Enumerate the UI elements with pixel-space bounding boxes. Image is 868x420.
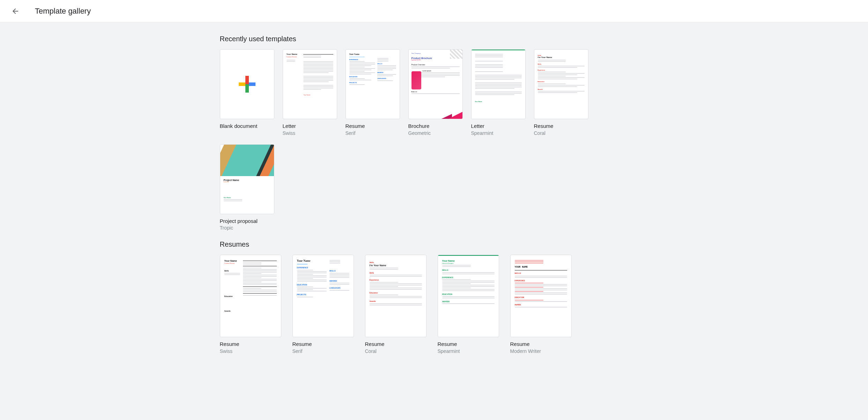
thumb-resume-serif-2: Your Name EXPERIENCE EDUCATION PROJECTS	[292, 255, 354, 337]
template-resume-swiss-2[interactable]: Your Name Creative Director Skills Educa…	[220, 255, 281, 354]
card-subtitle: Tropic	[220, 225, 274, 231]
resumes-row: Your Name Creative Director Skills Educa…	[220, 255, 648, 354]
thumb-resume-coral-2: Hello, I'm Your Name Skills Experience E…	[365, 255, 426, 337]
template-letter-spearmint[interactable]: Your Name Letter Spearmint	[471, 49, 526, 136]
thumb-resume-spearmint-2: Your Name Industrial Designer SKILLS EXP…	[438, 255, 499, 337]
card-subtitle: Spearmint	[438, 348, 499, 354]
back-button[interactable]	[8, 4, 22, 18]
template-resume-modern-writer[interactable]: YOUR NAME SKILLS EXPERIENCE EDUCATION AW…	[510, 255, 572, 354]
thumb-letter-spearmint: Your Name	[471, 49, 526, 119]
template-resume-coral-2[interactable]: Hello, I'm Your Name Skills Experience E…	[365, 255, 426, 354]
card-title: Resume	[534, 123, 588, 130]
thumb-resume-coral: Hello, I'm Your Name Skills Experience E…	[534, 49, 588, 119]
content: Recently used templates Blank document Y…	[214, 22, 654, 362]
thumb-resume-serif: Your Name EXPERIENCE EDUCATION PROJECTS	[346, 49, 400, 119]
card-subtitle: Modern Writer	[510, 348, 572, 354]
thumb-resume-swiss: Your Name Creative Director Skills Educa…	[220, 255, 281, 337]
card-title: Resume	[220, 341, 281, 348]
card-subtitle: Serif	[346, 130, 400, 136]
thumb-proposal-tropic: Project Name 09.04.20XX Your Name	[220, 144, 274, 214]
card-title: Blank document	[220, 123, 274, 130]
card-subtitle: Coral	[534, 130, 588, 136]
thumb-brochure: Your Company Product Brochure September …	[408, 49, 463, 119]
card-title: Letter	[283, 123, 337, 130]
thumb-letter-swiss: Your Name Creative Director	[283, 49, 337, 119]
card-title: Resume	[510, 341, 572, 348]
template-resume-serif[interactable]: Your Name EXPERIENCE EDUCATION PROJECTS	[346, 49, 400, 136]
header-bar: Template gallery	[0, 0, 868, 22]
arrow-left-icon	[11, 7, 20, 15]
card-subtitle: Serif	[292, 348, 354, 354]
section-title-resumes: Resumes	[220, 240, 648, 248]
card-title: Letter	[471, 123, 526, 130]
card-subtitle: Swiss	[283, 130, 337, 136]
thumb-resume-modern-writer: YOUR NAME SKILLS EXPERIENCE EDUCATION AW…	[510, 255, 572, 337]
template-blank-document[interactable]: Blank document	[220, 49, 274, 136]
template-resume-spearmint-2[interactable]: Your Name Industrial Designer SKILLS EXP…	[438, 255, 499, 354]
template-letter-swiss[interactable]: Your Name Creative Director	[283, 49, 337, 136]
card-subtitle: Geometric	[408, 130, 463, 136]
card-title: Resume	[438, 341, 499, 348]
card-title: Resume	[346, 123, 400, 130]
card-title: Project proposal	[220, 218, 274, 225]
card-subtitle: Coral	[365, 348, 426, 354]
plus-icon	[239, 76, 255, 93]
card-title: Brochure	[408, 123, 463, 130]
thumb-blank	[220, 49, 274, 119]
template-brochure-geometric[interactable]: Your Company Product Brochure September …	[408, 49, 463, 136]
template-resume-coral[interactable]: Hello, I'm Your Name Skills Experience E…	[534, 49, 588, 136]
page-title: Template gallery	[35, 7, 91, 16]
card-title: Resume	[365, 341, 426, 348]
template-resume-serif-2[interactable]: Your Name EXPERIENCE EDUCATION PROJECTS	[292, 255, 354, 354]
card-subtitle: Spearmint	[471, 130, 526, 136]
section-title-recent: Recently used templates	[220, 35, 648, 43]
recent-row: Blank document Your Name Creative Direct…	[220, 49, 648, 231]
card-subtitle: Swiss	[220, 348, 281, 354]
template-proposal-tropic[interactable]: Project Name 09.04.20XX Your Name Projec…	[220, 144, 274, 231]
card-title: Resume	[292, 341, 354, 348]
